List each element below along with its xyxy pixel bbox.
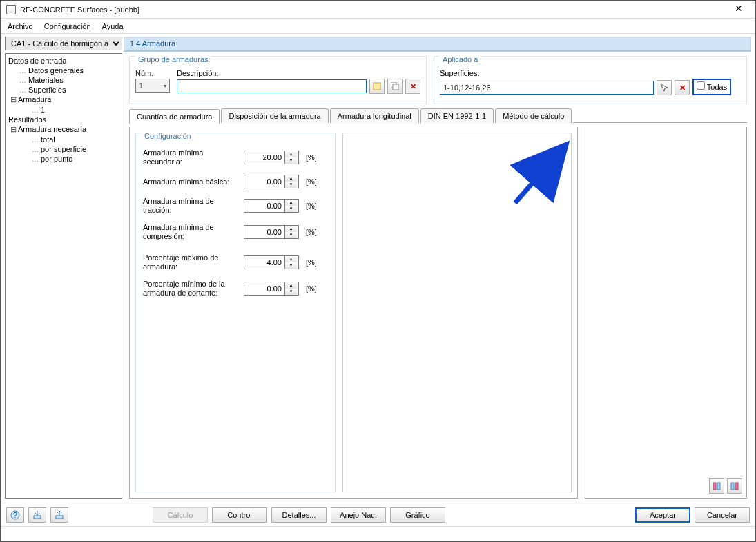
calculo-button[interactable]: Cálculo [153,507,208,523]
descripcion-input[interactable] [177,79,367,93]
body: Datos de entrada Datos generales Materia… [1,53,755,503]
svg-rect-4 [717,483,720,490]
side-btn-1[interactable] [709,478,724,494]
spin-up-icon[interactable]: ▲ [285,256,297,262]
panel-header: 1.4 Armadura [124,37,751,52]
descripcion-label: Descripción: [177,69,420,77]
status-bar [1,526,755,541]
tree-armadura[interactable]: ⊟Armadura [7,95,120,105]
clear-surfaces-button[interactable]: ✕ [675,80,690,95]
aplicado-a-box: Aplicado a Superficies: ✕ Todas [434,56,747,104]
tab-content: Configuración Armadura mínima secundaria… [129,127,578,499]
spin-down-icon[interactable]: ▼ [285,182,297,188]
menubar: Archivo Configuración Ayuda [1,19,755,34]
param-spinner[interactable]: ▲▼ [244,225,299,239]
spin-down-icon[interactable]: ▼ [285,262,297,269]
grafico-button[interactable]: Gráfico [390,507,445,523]
menu-ayuda[interactable]: Ayuda [102,22,124,30]
bottom-bar: ? Cálculo Control Detalles... Anejo Nac.… [1,503,755,526]
spin-up-icon[interactable]: ▲ [285,175,297,182]
spin-up-icon[interactable]: ▲ [285,200,297,206]
tree-armadura-necesaria[interactable]: ⊟Armadura necesaria [7,124,120,135]
menu-archivo[interactable]: Archivo [8,22,33,30]
copy-group-button[interactable] [387,79,403,94]
param-row-3: Armadura mínima de compresión:▲▼[%] [143,223,328,241]
window-title: RF-CONCRETE Surfaces - [puebb] [20,6,728,14]
param-input[interactable] [244,175,284,188]
param-spinner[interactable]: ▲▼ [244,255,299,269]
aplicado-title: Aplicado a [440,55,481,64]
spin-down-icon[interactable]: ▼ [285,232,297,238]
param-input[interactable] [244,151,284,164]
aceptar-button[interactable]: Aceptar [635,507,690,523]
svg-text:?: ? [13,511,17,519]
param-input[interactable] [244,256,284,269]
anejo-button[interactable]: Anejo Nac. [331,507,386,523]
todas-checkbox-wrap[interactable]: Todas [692,79,731,95]
spin-down-icon[interactable]: ▼ [285,289,297,295]
detalles-button[interactable]: Detalles... [271,507,327,523]
side-btn-2[interactable] [727,478,742,494]
grupo-title: Grupo de armaduras [135,55,211,64]
grupo-armaduras-box: Grupo de armaduras Núm. 1▾ Descripción: [129,56,427,104]
tree-armadura-1[interactable]: 1 [7,105,120,115]
tree-datos-generales[interactable]: Datos generales [7,66,120,75]
param-label: Armadura mínima básica: [143,177,240,186]
param-spinner[interactable]: ▲▼ [244,199,299,213]
param-unit: [%] [306,153,317,162]
superficies-input[interactable] [440,81,654,95]
param-label: Armadura mínima de tracción: [143,197,240,215]
tree-materiales[interactable]: Materiales [7,75,120,85]
menu-configuracion[interactable]: Configuración [44,22,91,30]
tab-din-en[interactable]: DIN EN 1992-1-1 [420,108,494,123]
help-button[interactable]: ? [6,507,24,523]
todas-label: Todas [707,83,727,91]
spin-down-icon[interactable]: ▼ [285,157,297,164]
param-input[interactable] [244,200,284,212]
param-spinner[interactable]: ▲▼ [244,282,299,296]
num-label: Núm. [135,69,170,77]
app-icon [6,5,16,14]
new-group-button[interactable] [369,79,385,94]
side-panel [585,127,747,499]
param-unit: [%] [306,228,317,236]
spin-up-icon[interactable]: ▲ [285,226,297,232]
param-input[interactable] [244,226,284,238]
export-button[interactable] [50,507,68,523]
tree-datos-entrada[interactable]: Datos de entrada [7,56,120,66]
case-selector[interactable]: CA1 - Cálculo de hormigón arma [5,37,122,50]
todas-checkbox[interactable] [697,81,705,90]
param-unit: [%] [306,177,317,186]
param-unit: [%] [306,284,317,293]
tree-total[interactable]: total [7,135,120,144]
param-spinner[interactable]: ▲▼ [244,151,299,164]
cancelar-button[interactable]: Cancelar [695,507,750,523]
tree-por-punto[interactable]: por punto [7,154,120,164]
delete-group-button[interactable]: ✕ [405,79,420,94]
spin-down-icon[interactable]: ▼ [285,206,297,212]
pick-surfaces-button[interactable] [657,80,672,95]
param-unit: [%] [306,202,317,210]
param-input[interactable] [244,282,284,295]
spin-up-icon[interactable]: ▲ [285,151,297,157]
tab-cuantias[interactable]: Cuantías de armadura [129,109,220,124]
param-unit: [%] [306,258,317,267]
tab-metodo[interactable]: Método de cálculo [495,108,572,123]
tree-resultados[interactable]: Resultados [7,115,120,124]
param-row-5: Porcentaje mínimo de la armadura de cort… [143,280,328,298]
tab-disposicion[interactable]: Disposición de la armadura [221,108,328,123]
tree-por-superficie[interactable]: por superficie [7,144,120,154]
superficies-label: Superficies: [440,69,741,77]
close-icon[interactable]: ✕ [728,3,750,17]
control-button[interactable]: Control [212,507,267,523]
svg-rect-11 [56,516,63,519]
param-label: Porcentaje mínimo de la armadura de cort… [143,280,240,298]
tab-longitudinal[interactable]: Armadura longitudinal [330,108,419,123]
spin-up-icon[interactable]: ▲ [285,282,297,289]
svg-rect-6 [735,483,738,490]
num-spinner[interactable]: 1▾ [135,79,170,93]
import-button[interactable] [28,507,46,523]
param-spinner[interactable]: ▲▼ [244,175,299,188]
svg-rect-10 [34,516,41,519]
tree-superficies[interactable]: Superficies [7,85,120,95]
